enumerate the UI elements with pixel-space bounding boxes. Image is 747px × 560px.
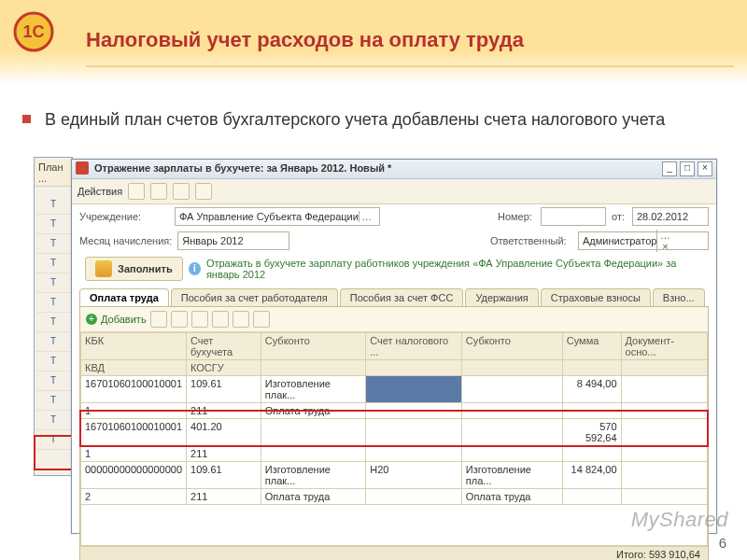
month-label: Месяц начисления:	[79, 235, 172, 246]
maximize-button[interactable]: □	[680, 161, 695, 176]
slide-title: Налоговый учет расходов на оплату труда	[86, 28, 524, 52]
close-button[interactable]: ×	[698, 161, 712, 176]
col-sub1[interactable]: Субконто	[261, 333, 365, 360]
number-field[interactable]	[541, 207, 606, 226]
grid-toolbar: +Добавить	[80, 307, 708, 332]
bullet-icon	[22, 115, 31, 123]
col-acct[interactable]: Счет бухучета	[187, 333, 261, 360]
selected-cell	[366, 376, 462, 403]
total-row: Итого: 593 910,64	[80, 546, 708, 560]
tab-posobiya-rabotodatel[interactable]: Пособия за счет работодателя	[171, 288, 338, 306]
tab-strah-vznosy[interactable]: Страховые взносы	[541, 288, 651, 306]
tab-oplata-truda[interactable]: Оплата труда	[79, 288, 169, 306]
tab-posobiya-fss[interactable]: Пособия за счет ФСС	[340, 288, 464, 306]
svg-text:1С: 1С	[22, 22, 44, 41]
data-grid[interactable]: КБК Счет бухучета Субконто Счет налогово…	[80, 332, 708, 546]
main-window: Отражение зарплаты в бухучете: за Январь…	[71, 159, 717, 534]
resp-label: Ответственный:	[490, 235, 572, 246]
toolbar-btn-4[interactable]	[195, 183, 212, 200]
fill-button[interactable]: Заполнить	[85, 257, 183, 281]
grid-btn-up[interactable]	[191, 311, 208, 328]
add-button[interactable]: +Добавить	[86, 314, 147, 325]
plus-icon: +	[86, 314, 97, 325]
col-sum[interactable]: Сумма	[562, 333, 621, 360]
table-row[interactable]: 1211Оплата труда	[81, 403, 708, 419]
col-sub2[interactable]: Субконто	[461, 333, 562, 360]
table-row[interactable]: 00000000000000000109.61Изготовление плак…	[81, 462, 708, 489]
number-label: Номер:	[498, 211, 535, 222]
header-row-1: КБК Счет бухучета Субконто Счет налогово…	[81, 333, 708, 360]
grid-btn-sort-asc[interactable]	[233, 311, 249, 328]
fill-icon	[95, 260, 112, 277]
info-text: Отражать в бухучете зарплату работников …	[206, 258, 709, 280]
tab-uderzhaniya[interactable]: Удержания	[465, 288, 538, 306]
tab-more[interactable]: Взно...	[653, 288, 705, 306]
toolbar-btn-2[interactable]	[150, 183, 167, 200]
col-doc[interactable]: Документ-осно...	[621, 333, 707, 360]
grid-btn-sort-desc[interactable]	[253, 311, 270, 328]
total-value: 593 910,64	[649, 549, 700, 560]
month-field[interactable]: Январь 2012	[177, 231, 289, 250]
col-nacct[interactable]: Счет налогового ...	[366, 333, 462, 360]
titlebar[interactable]: Отражение зарплаты в бухучете: за Январь…	[72, 160, 716, 179]
window-title: Отражение зарплаты в бухучете: за Январь…	[94, 162, 391, 174]
col-kbk[interactable]: КБК	[81, 333, 187, 360]
org-lookup-icon[interactable]: …	[359, 211, 374, 222]
app-icon	[76, 161, 89, 175]
actions-menu[interactable]: Действия	[78, 186, 122, 197]
org-field[interactable]: ФА Управление Субъекта Федерации…	[175, 207, 380, 226]
bullet-line: В единый план счетов бухгалтерского учет…	[22, 110, 734, 130]
page-number: 6	[719, 535, 726, 551]
toolbar-btn-1[interactable]	[128, 183, 145, 200]
table-row[interactable]: 1211	[81, 446, 708, 462]
org-label: Учреждение:	[79, 211, 169, 222]
tab-strip: Оплата труда Пособия за счет работодател…	[79, 288, 709, 306]
background-window: План ... T T T T T T T T T T T T T	[34, 157, 73, 476]
logo-1c: 1С	[11, 9, 56, 54]
table-row[interactable]: 2211Оплата трудаОплата труда	[81, 489, 708, 505]
minimize-button[interactable]: _	[662, 161, 677, 176]
table-row[interactable]: 16701060100010001401.20570 592,64	[81, 419, 708, 446]
grid-btn-del[interactable]	[171, 311, 188, 328]
grid-btn-down[interactable]	[212, 311, 229, 328]
resp-field[interactable]: Администратор…×	[578, 231, 709, 250]
grid-btn-edit[interactable]	[150, 311, 167, 328]
table-row[interactable]: 16701060100010001109.61Изготовление плак…	[81, 376, 708, 403]
watermark: MyShared	[631, 508, 728, 532]
bullet-text: В единый план счетов бухгалтерского учет…	[45, 110, 665, 129]
toolbar: Действия	[72, 179, 716, 204]
info-icon: i	[189, 262, 201, 275]
bg-window-title: План ...	[35, 160, 72, 187]
resp-lookup-icon[interactable]: …×	[656, 230, 672, 252]
date-label: от:	[612, 211, 627, 222]
toolbar-btn-3[interactable]	[173, 183, 190, 200]
header-row-2: КВД КОСГУ	[81, 360, 708, 376]
divider	[86, 65, 734, 67]
date-field[interactable]: 28.02.2012	[632, 207, 709, 226]
